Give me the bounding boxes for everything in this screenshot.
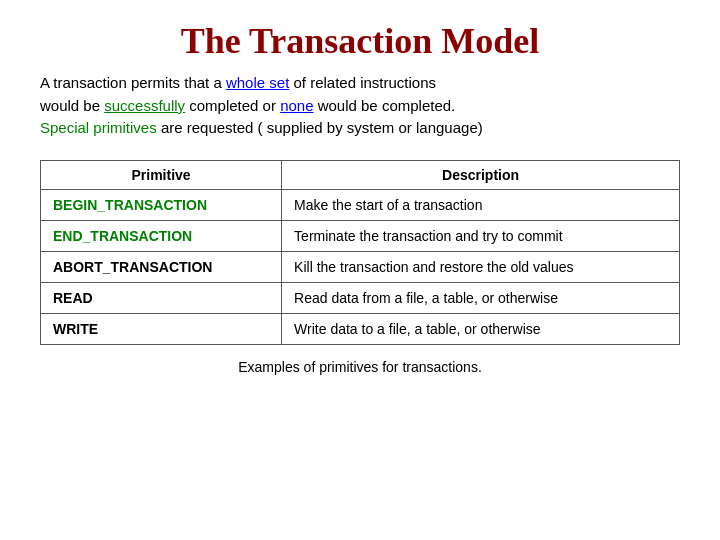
col-header-description: Description: [282, 160, 680, 189]
intro-mid2: completed or: [185, 97, 280, 114]
primitive-cell: END_TRANSACTION: [41, 220, 282, 251]
table-header-row: Primitive Description: [41, 160, 680, 189]
table-row: ABORT_TRANSACTIONKill the transaction an…: [41, 251, 680, 282]
description-cell: Read data from a file, a table, or other…: [282, 282, 680, 313]
none-text: none: [280, 97, 313, 114]
col-header-primitive: Primitive: [41, 160, 282, 189]
page-title: The Transaction Model: [181, 20, 540, 62]
description-cell: Terminate the transaction and try to com…: [282, 220, 680, 251]
intro-mid1: of related instructions: [289, 74, 436, 91]
table-row: READRead data from a file, a table, or o…: [41, 282, 680, 313]
intro-suffix3: are requested ( supplied by system or la…: [157, 119, 483, 136]
table-row: WRITEWrite data to a file, a table, or o…: [41, 313, 680, 344]
intro-text: A transaction permits that a whole set o…: [40, 72, 680, 140]
intro-suffix2: would be completed.: [314, 97, 456, 114]
intro-line3: Special primitives are requested ( suppl…: [40, 119, 483, 136]
primitive-cell: WRITE: [41, 313, 282, 344]
description-cell: Write data to a file, a table, or otherw…: [282, 313, 680, 344]
description-cell: Kill the transaction and restore the old…: [282, 251, 680, 282]
primitive-cell: BEGIN_TRANSACTION: [41, 189, 282, 220]
description-cell: Make the start of a transaction: [282, 189, 680, 220]
intro-line1: A transaction permits that a whole set o…: [40, 74, 436, 91]
intro-prefix1: A transaction permits that a: [40, 74, 226, 91]
primitives-table: Primitive Description BEGIN_TRANSACTIONM…: [40, 160, 680, 345]
intro-line2: would be successfully completed or none …: [40, 97, 455, 114]
special-primitives-text: Special primitives: [40, 119, 157, 136]
whole-set-text: whole set: [226, 74, 289, 91]
primitive-cell: READ: [41, 282, 282, 313]
table-row: END_TRANSACTIONTerminate the transaction…: [41, 220, 680, 251]
primitive-cell: ABORT_TRANSACTION: [41, 251, 282, 282]
intro-prefix2: would be: [40, 97, 104, 114]
table-caption: Examples of primitives for transactions.: [238, 359, 482, 375]
table-row: BEGIN_TRANSACTIONMake the start of a tra…: [41, 189, 680, 220]
successfully-text: successfully: [104, 97, 185, 114]
